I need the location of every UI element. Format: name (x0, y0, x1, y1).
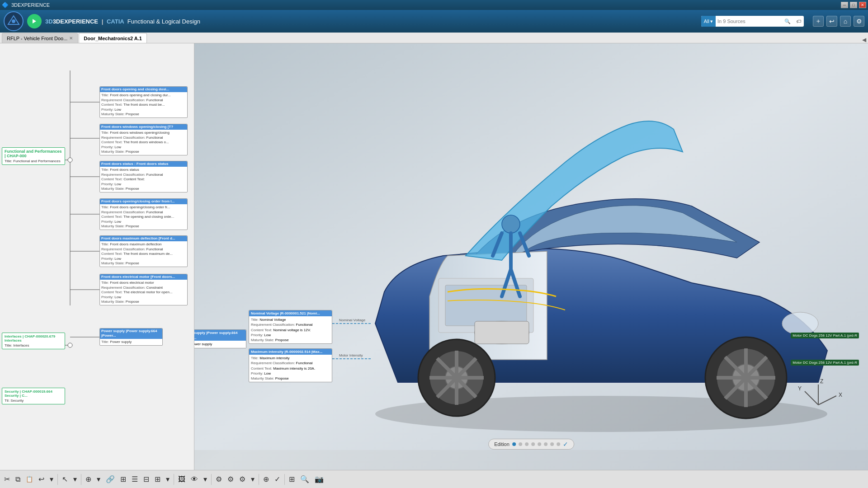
tab-rflp[interactable]: RFLP - Vehicle Front Doo... ✕ (2, 33, 78, 43)
svg-text:Y: Y (798, 385, 802, 392)
svg-rect-20 (445, 285, 527, 326)
req-4-body: Title: Front doors opening/closing order… (101, 205, 186, 229)
main-toolbar: 3D3DEXPERIENCE | CATIA Functional & Logi… (0, 10, 868, 33)
overlay-max-intensity[interactable]: Maximum intensity |R-0000002.514 |Max...… (249, 348, 332, 382)
power-supply-box[interactable]: Power supply |Power supply.664 |Power...… (99, 328, 163, 346)
svg-point-38 (782, 312, 818, 335)
grid-button[interactable]: ⊞ (118, 473, 128, 486)
tool1-button[interactable]: ⚙ (213, 473, 224, 486)
edition-bar: Edition ✓ (488, 439, 574, 450)
link-button[interactable]: 🔗 (104, 473, 117, 486)
app-logo (4, 11, 24, 31)
separator-6 (284, 474, 285, 485)
diagram-panel: Functional and Performances | CHAP-000 T… (0, 43, 194, 470)
table2-button[interactable]: ⊞ (152, 473, 163, 486)
validate-button[interactable]: ⊕ (261, 473, 271, 486)
search-bar: All ▾ 🔍 🏷 (701, 16, 804, 27)
filter-button[interactable]: ⊞ (287, 473, 297, 486)
req-box-2[interactable]: Front doors windows opening/closing [T? … (99, 124, 188, 155)
select-button[interactable]: ↖ (60, 473, 70, 486)
chapter-functional[interactable]: Functional and Performances | CHAP-000 T… (2, 147, 65, 165)
chapter-interfaces-title: Title: Interfaces (5, 343, 62, 347)
max-intensity-body: Title: Maximum intensity Requirement Cla… (251, 356, 330, 381)
bottom-toolbar: ✂ ⧉ 📋 ↩ ▾ ↖ ▾ ⊕ ▾ 🔗 ⊞ ☰ ⊟ ⊞ ▾ 🖼 👁 ▾ ⚙ ⚙ … (0, 470, 868, 488)
insert-button[interactable]: ⊕ (83, 473, 94, 486)
req-box-1[interactable]: Front doors opening and closing dosi... … (99, 86, 188, 118)
tree-dropdown[interactable]: ▾ (164, 473, 172, 486)
svg-point-11 (68, 158, 72, 162)
edition-dot-8[interactable] (557, 442, 560, 446)
settings-button[interactable]: ⚙ (854, 16, 864, 27)
tab-rflp-label: RFLP - Vehicle Front Doo... (7, 36, 67, 41)
req-6-body: Title: Front doors electrical motor Requ… (101, 281, 186, 304)
search-scope-button[interactable]: All ▾ (701, 16, 716, 27)
edition-confirm-button[interactable]: ✓ (563, 441, 568, 448)
overlay-nominal-voltage[interactable]: Nominal Voltage |R-0000001.521 |Nomi... … (249, 310, 332, 344)
req-2-body: Title: Front doors windows opening/closi… (101, 131, 186, 154)
chapter-interfaces[interactable]: Interfaces | CHAP-000020.679 Interfaces … (2, 333, 65, 349)
separator-2 (81, 474, 81, 485)
req-1-header: Front doors opening and closing dosi... (100, 87, 187, 92)
dropdown-arrow: ▾ (710, 19, 713, 24)
share-button[interactable]: ↩ (826, 16, 837, 27)
overlay-power-supply-header: Power supply |Power supply.664 |Power... (194, 330, 246, 341)
tool2-button[interactable]: ⚙ (225, 473, 236, 486)
edition-dot-6[interactable] (544, 442, 547, 446)
edition-dot-4[interactable] (531, 442, 535, 446)
req-box-3[interactable]: Front doors status : Front doors status … (99, 161, 188, 192)
undo-button[interactable]: ↩ (36, 473, 47, 486)
req-box-6[interactable]: Front doors electrical motor [Front door… (99, 274, 188, 305)
undo-dropdown[interactable]: ▾ (47, 473, 56, 486)
home-button[interactable]: ⌂ (840, 16, 851, 27)
req-1-body: Title: Front doors opening and closing d… (101, 93, 186, 117)
view-dropdown[interactable]: ▾ (201, 473, 209, 486)
search-input[interactable] (716, 16, 782, 27)
check-button[interactable]: ✓ (272, 473, 283, 486)
tool3-dropdown[interactable]: ▾ (249, 473, 257, 486)
tab-door-label: Door_Mechatronics2 A.1 (84, 36, 142, 41)
paste-button[interactable]: 📋 (24, 473, 35, 486)
capture-button[interactable]: 📷 (312, 473, 326, 486)
close-button[interactable]: ✕ (859, 2, 866, 8)
list-button[interactable]: ☰ (129, 473, 140, 486)
title-left: 🔷 3DEXPERIENCE (2, 2, 50, 8)
restore-button[interactable]: □ (850, 2, 857, 8)
image-button[interactable]: 🖼 (176, 473, 188, 486)
play-button[interactable] (27, 14, 42, 28)
main-content: Functional and Performances | CHAP-000 T… (0, 43, 868, 470)
power-supply-body: Title: Power supply (101, 340, 161, 344)
panel-collapse-btn[interactable]: ◀ (862, 37, 866, 43)
separator-4 (211, 474, 212, 485)
subtitle: Functional & Logical Design (127, 18, 200, 25)
minimize-button[interactable]: ─ (841, 2, 848, 8)
view-button[interactable]: 👁 (189, 473, 200, 486)
zoom-button[interactable]: 🔍 (298, 473, 311, 486)
edition-dot-1[interactable] (512, 442, 516, 446)
edition-dot-2[interactable] (519, 442, 522, 446)
edition-dot-3[interactable] (525, 442, 528, 446)
experience-label: 3DEXPERIENCE (53, 18, 98, 25)
chapter-security[interactable]: Security | CHAP-000019.664 Security | C.… (2, 388, 65, 404)
separator-3 (174, 474, 174, 485)
cut-button[interactable]: ✂ (2, 473, 12, 486)
copy-button[interactable]: ⧉ (13, 473, 23, 486)
chapter-functional-header: Functional and Performances | CHAP-000 (5, 149, 62, 158)
select-dropdown[interactable]: ▾ (71, 473, 79, 486)
req-box-5[interactable]: Front doors maximum deflection [Front d.… (99, 235, 188, 267)
tool3-button[interactable]: ⚙ (237, 473, 248, 486)
app-full-title: 3D3DEXPERIENCE | CATIA Functional & Logi… (45, 18, 200, 25)
add-button[interactable]: ＋ (813, 16, 824, 27)
overlay-power-supply[interactable]: Power supply |Power supply.664 |Power...… (194, 329, 246, 348)
req-box-4[interactable]: Front doors opening/closing order from I… (99, 198, 188, 230)
table-button[interactable]: ⊟ (141, 473, 151, 486)
chapter-functional-title: Title: Functional and Performances (5, 159, 62, 163)
edition-dot-5[interactable] (538, 442, 541, 446)
tab-door[interactable]: Door_Mechatronics2 A.1 (79, 33, 147, 43)
svg-rect-22 (475, 321, 529, 344)
search-icon[interactable]: 🔍 (782, 19, 793, 24)
tag-icon[interactable]: 🏷 (793, 19, 804, 24)
req-3-body: Title: Front doors status Requirement Cl… (101, 168, 186, 191)
edition-dot-7[interactable] (550, 442, 554, 446)
tab-rflp-close[interactable]: ✕ (69, 36, 73, 41)
insert-dropdown[interactable]: ▾ (94, 473, 103, 486)
